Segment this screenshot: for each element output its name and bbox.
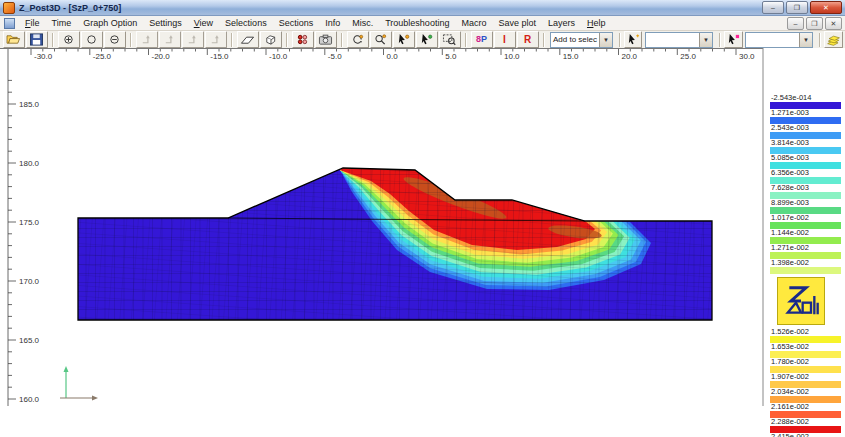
section-cut-2-button bbox=[159, 31, 181, 48]
mdi-restore-button[interactable]: ❐ bbox=[806, 17, 823, 30]
mesh-overlay bbox=[78, 168, 712, 320]
dropdown-arrow-icon: ▼ bbox=[799, 33, 812, 47]
svg-text:160.0: 160.0 bbox=[19, 395, 40, 404]
svg-text:170.0: 170.0 bbox=[19, 277, 40, 286]
menu-save-plot[interactable]: Save plot bbox=[492, 17, 542, 29]
menu-troubleshooting[interactable]: Troubleshooting bbox=[379, 17, 455, 29]
svg-text:-15.0: -15.0 bbox=[210, 52, 229, 61]
legend-value: 1.907e-002 bbox=[770, 373, 845, 381]
svg-text:165.0: 165.0 bbox=[19, 336, 40, 345]
zsoil-logo bbox=[777, 277, 825, 325]
maximize-button[interactable]: ❐ bbox=[786, 1, 808, 14]
svg-text:15.0: 15.0 bbox=[563, 52, 579, 61]
svg-text:180.0: 180.0 bbox=[19, 159, 40, 168]
zoom-pick-button[interactable] bbox=[370, 31, 392, 48]
dropdown-arrow-icon: ▼ bbox=[599, 33, 612, 47]
pick-list-b-button[interactable] bbox=[724, 31, 742, 48]
menu-file[interactable]: File bbox=[19, 17, 46, 29]
pick-list-a-button[interactable] bbox=[624, 31, 642, 48]
save-button[interactable] bbox=[26, 31, 48, 48]
axes-indicator bbox=[60, 366, 98, 401]
menu-time[interactable]: Time bbox=[46, 17, 78, 29]
zoom-window-button[interactable] bbox=[439, 31, 461, 48]
legend-value: 2.288e-002 bbox=[770, 418, 845, 426]
menu-info[interactable]: Info bbox=[319, 17, 346, 29]
legend-value: 1.271e-003 bbox=[770, 109, 845, 117]
svg-text:0.0: 0.0 bbox=[387, 52, 399, 61]
menu-sections[interactable]: Sections bbox=[273, 17, 320, 29]
plot-canvas[interactable]: -30.0-25.0-20.0-15.0-10.0-5.00.05.010.01… bbox=[0, 48, 845, 437]
menu-graph-option[interactable]: Graph Option bbox=[77, 17, 143, 29]
mdi-minimize-button[interactable]: – bbox=[787, 17, 804, 30]
legend-value: 1.653e-002 bbox=[770, 343, 845, 351]
legend-value: -2.543e-014 bbox=[770, 94, 845, 102]
svg-text:185.0: 185.0 bbox=[19, 100, 40, 109]
section-cut-3-button bbox=[182, 31, 204, 48]
title-bar: Z_Post3D - [SzP_0+750] – ❐ ✕ bbox=[0, 0, 845, 16]
selection-dropdown-2[interactable]: ▼ bbox=[745, 32, 813, 48]
fem-model bbox=[78, 168, 712, 320]
legend-value: 1.780e-002 bbox=[770, 358, 845, 366]
legend-color-band bbox=[770, 267, 841, 274]
menu-layers[interactable]: Layers bbox=[542, 17, 581, 29]
menu-settings[interactable]: Settings bbox=[143, 17, 188, 29]
add-to-select-dropdown[interactable]: Add to selec ▼ bbox=[550, 32, 613, 48]
svg-text:-10.0: -10.0 bbox=[269, 52, 288, 61]
rotate-view-button[interactable] bbox=[347, 31, 369, 48]
svg-text:20.0: 20.0 bbox=[622, 52, 638, 61]
mdi-close-button[interactable]: ✕ bbox=[825, 17, 842, 30]
node-button[interactable] bbox=[81, 31, 103, 48]
node-add-button[interactable] bbox=[58, 31, 80, 48]
legend-value: 7.628e-003 bbox=[770, 184, 845, 192]
close-button[interactable]: ✕ bbox=[810, 1, 842, 14]
legend-value: 2.543e-003 bbox=[770, 124, 845, 132]
legend-value: 1.271e-002 bbox=[770, 244, 845, 252]
svg-text:175.0: 175.0 bbox=[19, 218, 40, 227]
open-button[interactable] bbox=[3, 31, 25, 48]
section-cut-4-button bbox=[205, 31, 227, 48]
snapshot-button[interactable] bbox=[315, 31, 337, 48]
legend-value: 2.415e-002 bbox=[770, 433, 845, 437]
plot-area: -30.0-25.0-20.0-15.0-10.0-5.00.05.010.01… bbox=[0, 48, 845, 437]
pick-green-button[interactable] bbox=[416, 31, 438, 48]
legend-value: 2.034e-002 bbox=[770, 388, 845, 396]
svg-text:-20.0: -20.0 bbox=[152, 52, 171, 61]
menu-bar: FileTimeGraph OptionSettingsViewSelectio… bbox=[0, 16, 845, 31]
dropdown-arrow-icon: ▼ bbox=[699, 33, 712, 47]
ruler-vertical: 185.0180.0175.0170.0165.0160.0 bbox=[8, 48, 40, 406]
palette-8p-button[interactable]: 8P bbox=[471, 31, 493, 48]
legend-value: 2.161e-002 bbox=[770, 403, 845, 411]
results-button[interactable]: R bbox=[517, 31, 539, 48]
selection-dropdown-1[interactable]: ▼ bbox=[645, 32, 713, 48]
legend-value: 3.814e-003 bbox=[770, 139, 845, 147]
menu-selections[interactable]: Selections bbox=[219, 17, 273, 29]
node-remove-button[interactable] bbox=[104, 31, 126, 48]
svg-text:-25.0: -25.0 bbox=[93, 52, 112, 61]
legend-value: 1.017e-002 bbox=[770, 214, 845, 222]
plane-view-button[interactable] bbox=[237, 31, 259, 48]
svg-text:10.0: 10.0 bbox=[504, 52, 520, 61]
legend-value: 1.526e-002 bbox=[770, 328, 845, 336]
menu-misc[interactable]: Misc. bbox=[346, 17, 379, 29]
legend-value: 1.144e-002 bbox=[770, 229, 845, 237]
menu-help[interactable]: Help bbox=[581, 17, 612, 29]
imposed-button[interactable]: I bbox=[494, 31, 516, 48]
menu-macro[interactable]: Macro bbox=[455, 17, 492, 29]
box-3d-view-button[interactable] bbox=[260, 31, 282, 48]
legend-value: 8.899e-003 bbox=[770, 199, 845, 207]
pick-orange-button[interactable] bbox=[393, 31, 415, 48]
contour-legend: -2.543e-0141.271e-0032.543e-0033.814e-00… bbox=[770, 94, 845, 437]
svg-text:-30.0: -30.0 bbox=[34, 52, 53, 61]
minimize-button[interactable]: – bbox=[762, 1, 784, 14]
svg-text:25.0: 25.0 bbox=[680, 52, 696, 61]
legend-value: 5.085e-003 bbox=[770, 154, 845, 162]
legend-value: 1.398e-002 bbox=[770, 259, 845, 267]
layers-button[interactable] bbox=[824, 31, 842, 48]
legend-value: 6.356e-003 bbox=[770, 169, 845, 177]
svg-text:5.0: 5.0 bbox=[445, 52, 457, 61]
section-cut-1-button bbox=[136, 31, 158, 48]
element-state-button[interactable] bbox=[292, 31, 314, 48]
menu-view[interactable]: View bbox=[188, 17, 219, 29]
mdi-child-icon bbox=[4, 18, 15, 29]
svg-text:-5.0: -5.0 bbox=[328, 52, 342, 61]
